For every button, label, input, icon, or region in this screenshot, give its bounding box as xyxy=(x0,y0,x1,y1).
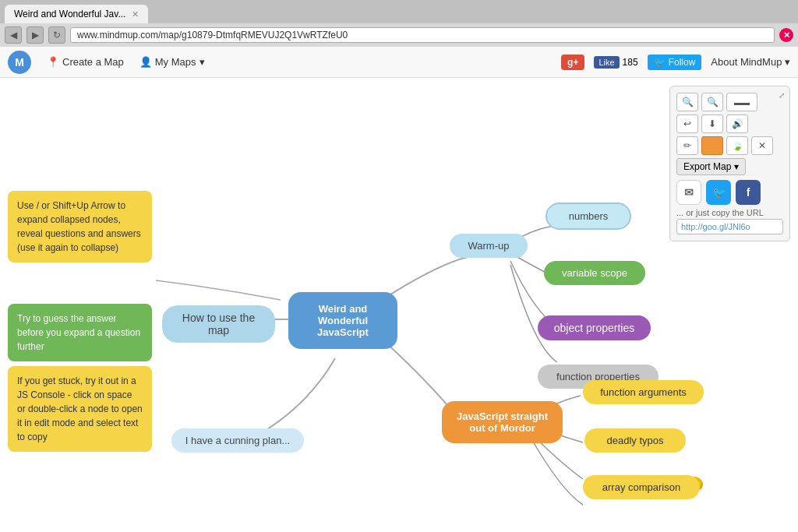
person-icon: 👤 xyxy=(139,56,152,68)
pencil-button[interactable]: ✏ xyxy=(676,136,698,155)
zoom-in-button[interactable]: 🔍 xyxy=(676,93,698,111)
browser-chrome: Weird and Wonderful Jav... ✕ ◀ ▶ ↻ ✕ xyxy=(0,0,798,47)
address-bar-row: ◀ ▶ ↻ ✕ xyxy=(0,23,798,47)
toolbar-row-1: 🔍 🔍 ▬▬ xyxy=(676,93,783,111)
twitter-icon: 🐦 xyxy=(654,57,666,68)
warm-up-node[interactable]: Warm-up xyxy=(450,234,528,258)
mordor-node[interactable]: JavaScript straight out of Mordor xyxy=(442,401,563,443)
audio-button[interactable]: 🔊 xyxy=(726,115,748,133)
fit-button[interactable]: ▬▬ xyxy=(726,93,757,111)
email-share-button[interactable]: ✉ xyxy=(676,180,701,205)
create-map-link[interactable]: 📍 Create a Map xyxy=(47,56,124,68)
deadly-typos-node[interactable]: deadly typos xyxy=(584,428,686,453)
twitter-share-button[interactable]: 🐦 xyxy=(706,180,731,205)
app-header: M 📍 Create a Map 👤 My Maps ▾ g+ Like 185… xyxy=(0,47,798,78)
refresh-button[interactable]: ↻ xyxy=(48,26,65,44)
stop-button[interactable]: ✕ xyxy=(779,28,793,42)
clear-button[interactable]: ✕ xyxy=(751,136,773,155)
chevron-down-icon: ▾ xyxy=(200,56,205,68)
toolbar-row-2: ↩ ⬇ 🔊 xyxy=(676,115,783,133)
back-button[interactable]: ◀ xyxy=(5,26,22,44)
toolbar-panel: ⤢ 🔍 🔍 ▬▬ ↩ ⬇ 🔊 ✏ 🍃 ✕ Export Map ▾ ✉ 🐦 f xyxy=(669,86,790,241)
undo-button[interactable]: ↩ xyxy=(676,115,698,133)
how-to-use-node[interactable]: How to use the map xyxy=(162,305,275,343)
minimize-button[interactable]: ⤢ xyxy=(779,91,785,100)
my-maps-link[interactable]: 👤 My Maps ▾ xyxy=(139,56,205,68)
like-area: Like 185 xyxy=(594,56,637,69)
variable-scope-node[interactable]: variable scope xyxy=(544,261,645,285)
toolbar-row-3: ✏ 🍃 ✕ xyxy=(676,136,783,155)
follow-button[interactable]: 🐦 Follow xyxy=(648,55,702,70)
color-button[interactable] xyxy=(701,136,723,155)
address-input[interactable] xyxy=(70,27,775,43)
tip2-node[interactable]: Try to guess the answer before you expan… xyxy=(8,304,152,361)
export-button[interactable]: Export Map ▾ xyxy=(676,158,746,175)
tab-title: Weird and Wonderful Jav... xyxy=(14,9,125,19)
like-button[interactable]: Like xyxy=(594,56,619,69)
mindmap-canvas: Use / or Shift+Up Arrow to expand collap… xyxy=(0,78,798,532)
object-properties-node[interactable]: object properties xyxy=(538,315,651,340)
forward-button[interactable]: ▶ xyxy=(26,26,44,44)
header-right: g+ Like 185 🐦 Follow About MindMup ▾ xyxy=(561,55,790,70)
facebook-share-button[interactable]: f xyxy=(736,180,761,205)
leaf-button[interactable]: 🍃 xyxy=(726,136,748,155)
tab-close-icon[interactable]: ✕ xyxy=(132,9,139,19)
url-copy-input[interactable] xyxy=(676,219,783,234)
pin-icon: 📍 xyxy=(47,56,59,68)
copy-url-label: ... or just copy the URL xyxy=(676,208,783,217)
zoom-out-button[interactable]: 🔍 xyxy=(701,93,723,111)
like-count: 185 xyxy=(623,57,638,68)
logo-icon: M xyxy=(15,56,24,69)
numbers-node[interactable]: numbers xyxy=(546,203,631,230)
browser-tab[interactable]: Weird and Wonderful Jav... ✕ xyxy=(5,5,148,23)
array-comparison-stack: array comparison xyxy=(583,475,700,499)
mindmup-logo[interactable]: M xyxy=(8,51,31,74)
about-link[interactable]: About MindMup ▾ xyxy=(711,56,790,68)
download-button[interactable]: ⬇ xyxy=(701,115,723,133)
cunning-plan-node[interactable]: I have a cunning plan... xyxy=(171,428,304,453)
tab-bar: Weird and Wonderful Jav... ✕ xyxy=(0,0,798,23)
tip1-node[interactable]: Use / or Shift+Up Arrow to expand collap… xyxy=(8,191,152,262)
google-plus-button[interactable]: g+ xyxy=(561,55,584,70)
center-node[interactable]: Weird and Wonderful JavaScript xyxy=(288,292,397,349)
social-row: ✉ 🐦 f xyxy=(676,180,783,205)
tip3-node[interactable]: If you get stuck, try it out in a JS Con… xyxy=(8,366,152,452)
toolbar-row-4: Export Map ▾ xyxy=(676,158,783,175)
array-comparison-node[interactable]: array comparison xyxy=(583,475,700,499)
function-arguments-node[interactable]: function arguments xyxy=(583,380,704,404)
